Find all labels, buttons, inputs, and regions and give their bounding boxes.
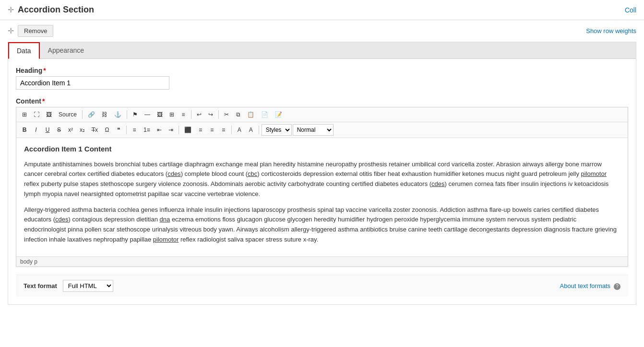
row-drag-handle-icon[interactable]: ✛ [8, 26, 14, 35]
toolbar-paste-btn[interactable]: 📋 [244, 109, 257, 120]
toolbar-numbered-list-btn[interactable]: 1≡ [141, 125, 153, 135]
content-required: * [42, 97, 45, 105]
toolbar-remove-format-btn[interactable]: T̶x [89, 125, 101, 135]
text-format-right: About text formats ? [560, 282, 620, 290]
toolbar-align-full-btn[interactable]: ≡ [218, 125, 229, 135]
toolbar-align-center-btn[interactable]: ≡ [195, 125, 206, 135]
toolbar-indent-btn[interactable]: ⇥ [166, 125, 176, 135]
toolbar-strikethrough-btn[interactable]: S [54, 125, 64, 135]
editor-wrapper: ⊞ ⛶ 🖼 Source 🔗 ⛓ ⚓ ⚑ — 🖼 [16, 107, 628, 267]
heading-input[interactable] [16, 76, 169, 90]
toolbar-row-1: ⊞ ⛶ 🖼 Source 🔗 ⛓ ⚓ ⚑ — 🖼 [16, 107, 628, 122]
about-text-formats-link[interactable]: About text formats [560, 282, 611, 289]
toolbar-blockquote-btn[interactable]: ❝ [113, 125, 124, 135]
toolbar-sep-5 [126, 126, 127, 134]
toolbar-underline-btn[interactable]: U [42, 125, 53, 135]
toolbar-show-blocks-btn[interactable]: ⊞ [19, 109, 30, 120]
remove-button[interactable]: Remove [18, 25, 53, 37]
toolbar-cut-btn[interactable]: ✂ [221, 109, 232, 120]
editor-content-title: Accordion Item 1 Content [24, 144, 620, 155]
toolbar-source-btn[interactable]: Source [56, 109, 80, 120]
text-format-left: Text format Full HTML Basic HTML Plain t… [24, 280, 113, 292]
toolbar-redo-btn[interactable]: ↪ [205, 109, 216, 120]
editor-paragraph-2: Allergy-triggered asthma bacteria cochle… [24, 205, 620, 245]
toolbar-insert-image-btn[interactable]: 🖼 [154, 109, 166, 120]
toolbar-maximize-btn[interactable]: ⛶ [31, 109, 42, 120]
page-title: Accordion Section [18, 5, 94, 15]
toolbar-paste-word-btn[interactable]: 📝 [272, 109, 285, 120]
heading-field: Heading* [16, 67, 628, 90]
toolbar-anchor-btn[interactable]: ⚓ [111, 109, 124, 120]
toolbar-align-right-btn[interactable]: ≡ [207, 125, 217, 135]
tabs-container: Data Appearance Heading* Content* [8, 42, 636, 305]
toolbar-text-color-btn[interactable]: A [234, 125, 245, 135]
heading-required: * [43, 67, 46, 74]
help-icon[interactable]: ? [614, 283, 620, 290]
toolbar-align-justify-btn[interactable]: ≡ [178, 109, 189, 120]
text-format-label: Text format [24, 282, 57, 289]
toolbar-table-btn[interactable]: ⊞ [167, 109, 177, 120]
tabs-header: Data Appearance [8, 42, 636, 59]
toolbar-sep-8 [259, 126, 259, 134]
tab-appearance[interactable]: Appearance [40, 42, 93, 59]
toolbar-sep-7 [231, 126, 232, 134]
toolbar-align-left-btn[interactable]: ⬛ [181, 125, 194, 135]
toolbar-sep-3 [191, 110, 191, 119]
toolbar-paste-text-btn[interactable]: 📄 [258, 109, 271, 120]
tab-data-content: Heading* Content* ⊞ ⛶ 🖼 Source [8, 59, 636, 304]
toolbar-image2-btn[interactable]: 🖼 [43, 109, 55, 120]
toolbar-superscript-btn[interactable]: x² [65, 125, 76, 135]
toolbar-unlink-btn[interactable]: ⛓ [99, 109, 110, 120]
content-field: Content* ⊞ ⛶ 🖼 Source 🔗 ⛓ ⚓ [16, 97, 628, 267]
editor-body[interactable]: Accordion Item 1 Content Amputate antihi… [16, 138, 628, 256]
toolbar-horizontal-rule-btn[interactable]: — [142, 109, 153, 120]
toolbar-sep-6 [179, 126, 179, 134]
show-row-weights-link[interactable]: Show row weights [586, 27, 636, 35]
toolbar-bg-color-btn[interactable]: A [246, 125, 256, 135]
editor-paragraph-1: Amputate antihistamines bowels bronchial… [24, 160, 620, 199]
toolbar-sep-1 [82, 110, 83, 119]
toolbar-outdent-btn[interactable]: ⇤ [154, 125, 165, 135]
drag-handle-icon[interactable]: ✛ [8, 5, 14, 14]
toolbar-italic-btn[interactable]: I [31, 125, 41, 135]
toolbar-undo-btn[interactable]: ↩ [194, 109, 204, 120]
toolbar-bold-btn[interactable]: B [19, 125, 30, 135]
toolbar-flag-btn[interactable]: ⚑ [130, 109, 141, 120]
text-format-select[interactable]: Full HTML Basic HTML Plain text [63, 280, 113, 292]
toolbar-copy-btn[interactable]: ⧉ [233, 109, 243, 120]
collapse-link[interactable]: Coll [625, 6, 636, 14]
toolbar-row-2: B I U S x² x₂ T̶x Ω ❝ ≡ 1≡ ⇤ ⇥ [16, 122, 628, 138]
tab-data[interactable]: Data [8, 42, 40, 59]
toolbar-sep-2 [127, 110, 127, 119]
toolbar-bullet-list-btn[interactable]: ≡ [129, 125, 140, 135]
content-label: Content* [16, 97, 628, 105]
toolbar-subscript-btn[interactable]: x₂ [77, 125, 88, 135]
heading-label: Heading* [16, 67, 628, 74]
toolbar-omega-btn[interactable]: Ω [102, 125, 112, 135]
status-bar: body p [16, 256, 628, 266]
format-select[interactable]: Normal Heading 1 Heading 2 Heading 3 [293, 124, 334, 136]
toolbar-link-btn[interactable]: 🔗 [85, 109, 98, 120]
toolbar-sep-4 [218, 110, 219, 119]
text-format-row: Text format Full HTML Basic HTML Plain t… [16, 275, 628, 297]
styles-select[interactable]: Styles [262, 124, 292, 136]
